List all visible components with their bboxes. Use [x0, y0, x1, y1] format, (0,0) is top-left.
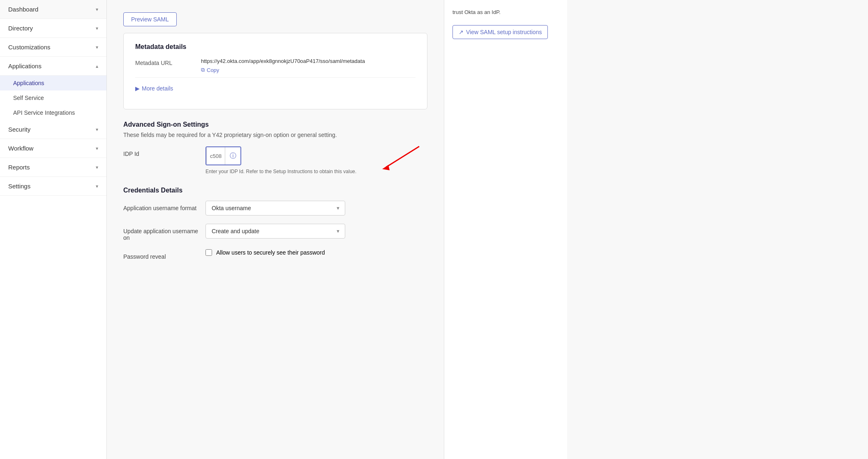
external-link-icon: ↗	[459, 29, 464, 35]
update-username-select[interactable]: Create and update Create only	[205, 224, 345, 239]
sidebar-subitem-applications[interactable]: Applications	[0, 76, 106, 90]
main-content: Preview SAML Metadata details Metadata U…	[107, 0, 868, 459]
sidebar-item-reports[interactable]: Reports ▾	[0, 158, 106, 177]
sidebar-label-workflow: Workflow	[8, 145, 33, 152]
view-saml-instructions-label: View SAML setup instructions	[466, 29, 542, 35]
advanced-section-title: Advanced Sign-on Settings	[123, 121, 427, 128]
copy-label: Copy	[207, 67, 219, 73]
view-saml-instructions-link[interactable]: ↗ View SAML setup instructions	[452, 25, 548, 39]
sidebar-label-applications: Applications	[8, 63, 42, 70]
sidebar-item-settings[interactable]: Settings ▾	[0, 177, 106, 196]
sidebar-item-workflow[interactable]: Workflow ▾	[0, 139, 106, 158]
password-reveal-label: Password reveal	[123, 249, 205, 260]
password-reveal-checkbox[interactable]	[205, 249, 212, 256]
chevron-down-icon: ▾	[96, 44, 98, 50]
password-reveal-control: Allow users to securely see their passwo…	[205, 249, 427, 256]
metadata-url-row: Metadata URL https://y42.okta.com/app/ex…	[135, 54, 416, 78]
metadata-section-title: Metadata details	[135, 43, 416, 51]
sidebar-item-security[interactable]: Security ▾	[0, 120, 106, 139]
more-details-link[interactable]: ▶ More details	[135, 82, 173, 95]
chevron-down-icon: ▾	[96, 146, 98, 151]
copy-icon: ⧉	[201, 67, 205, 73]
preview-saml-container: Preview SAML	[123, 12, 427, 26]
credentials-section-title: Credentials Details	[123, 187, 427, 194]
metadata-url-value: https://y42.okta.com/app/exk8gnnokjzU70o…	[201, 58, 416, 73]
more-details-label: More details	[142, 85, 173, 92]
idp-input-suffix: c508	[206, 147, 225, 165]
update-username-select-wrapper: Create and update Create only	[205, 224, 345, 239]
credentials-section: Credentials Details Application username…	[123, 187, 427, 260]
chevron-down-icon: ▾	[96, 26, 98, 31]
app-username-format-control: Okta username Custom Email	[205, 201, 427, 216]
password-reveal-checkbox-label: Allow users to securely see their passwo…	[216, 249, 325, 256]
password-reveal-checkbox-row: Allow users to securely see their passwo…	[205, 249, 427, 256]
copy-link[interactable]: ⧉ Copy	[201, 67, 219, 73]
advanced-section: Advanced Sign-on Settings These fields m…	[123, 121, 427, 175]
chevron-down-icon: ▾	[96, 165, 98, 170]
sidebar-subitem-label-self-service: Self Service	[13, 95, 44, 101]
sidebar-subitem-label-api-service: API Service Integrations	[13, 109, 75, 116]
sidebar-label-dashboard: Dashboard	[8, 6, 38, 13]
idp-id-label: IDP Id	[123, 146, 205, 157]
app-username-format-label: Application username format	[123, 201, 205, 211]
chevron-down-icon: ▾	[96, 7, 98, 12]
update-username-label: Update application username on	[123, 224, 205, 241]
content-area: Preview SAML Metadata details Metadata U…	[107, 0, 444, 459]
sidebar-label-security: Security	[8, 126, 30, 133]
app-username-select[interactable]: Okta username Custom Email	[205, 201, 345, 216]
sidebar-item-directory[interactable]: Directory ▾	[0, 19, 106, 38]
metadata-url-text: https://y42.okta.com/app/exk8gnnokjzU70o…	[201, 58, 416, 64]
sidebar-item-applications[interactable]: Applications ▴	[0, 57, 106, 76]
arrow-svg	[378, 142, 427, 175]
svg-line-0	[386, 146, 419, 167]
metadata-card: Metadata details Metadata URL https://y4…	[123, 33, 427, 109]
more-details-row: ▶ More details	[135, 78, 416, 99]
sidebar-subitem-self-service[interactable]: Self Service	[0, 90, 106, 105]
info-lock-icon: ⓘ	[230, 152, 236, 160]
app-username-format-row: Application username format Okta usernam…	[123, 201, 427, 216]
sidebar-subitem-label-applications: Applications	[13, 80, 44, 86]
sidebar-label-reports: Reports	[8, 164, 30, 171]
sidebar-label-settings: Settings	[8, 183, 30, 190]
sidebar: Dashboard ▾ Directory ▾ Customizations ▾…	[0, 0, 107, 459]
metadata-url-label: Metadata URL	[135, 58, 201, 66]
chevron-down-icon: ▾	[96, 127, 98, 132]
idp-id-control-wrap: c508 ⓘ	[205, 146, 427, 175]
play-icon: ▶	[135, 85, 140, 92]
red-arrow-annotation	[378, 142, 427, 176]
chevron-up-icon: ▴	[96, 63, 98, 69]
advanced-description: These fields may be required for a Y42 p…	[123, 132, 427, 138]
preview-saml-button[interactable]: Preview SAML	[123, 12, 177, 26]
right-panel-trust-text: trust Okta as an IdP.	[452, 8, 559, 17]
idp-input-container[interactable]: c508 ⓘ	[205, 146, 241, 165]
idp-info-button[interactable]: ⓘ	[225, 147, 240, 165]
idp-input-row: c508 ⓘ	[205, 146, 427, 165]
app-username-select-wrapper: Okta username Custom Email	[205, 201, 345, 216]
svg-marker-1	[382, 165, 390, 170]
password-reveal-row: Password reveal Allow users to securely …	[123, 249, 427, 260]
update-username-row: Update application username on Create an…	[123, 224, 427, 241]
right-panel: trust Okta as an IdP. ↗ View SAML setup …	[444, 0, 567, 459]
sidebar-item-customizations[interactable]: Customizations ▾	[0, 38, 106, 57]
sidebar-item-dashboard[interactable]: Dashboard ▾	[0, 0, 106, 19]
sidebar-label-directory: Directory	[8, 25, 33, 32]
chevron-down-icon: ▾	[96, 183, 98, 189]
idp-id-row: IDP Id c508 ⓘ	[123, 146, 427, 175]
sidebar-label-customizations: Customizations	[8, 44, 51, 51]
update-username-control: Create and update Create only	[205, 224, 427, 239]
sidebar-subitem-api-service[interactable]: API Service Integrations	[0, 105, 106, 120]
